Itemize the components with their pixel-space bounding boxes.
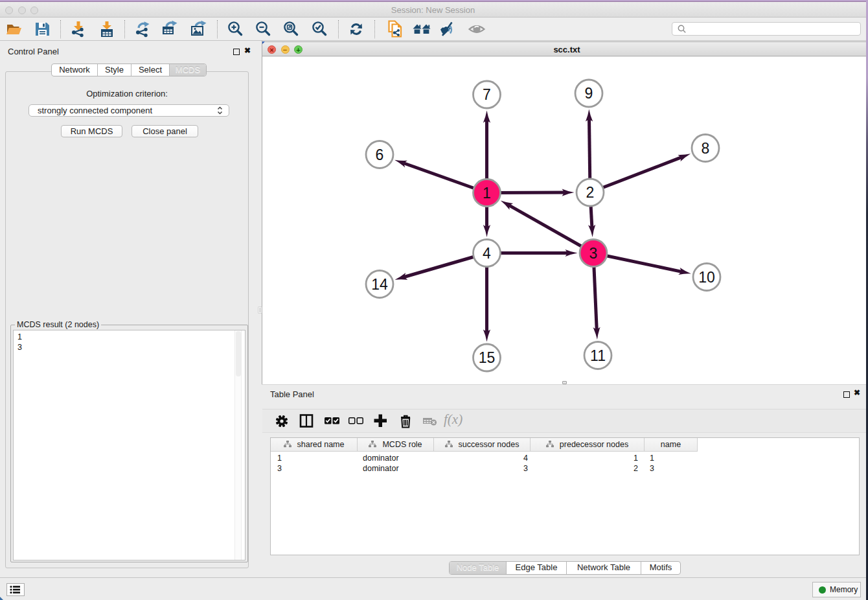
svg-text:1: 1 [483, 185, 491, 202]
svg-text:6: 6 [376, 146, 384, 163]
svg-text:15: 15 [479, 349, 496, 366]
svg-text:7: 7 [483, 86, 491, 103]
svg-text:11: 11 [590, 347, 606, 364]
svg-text:8: 8 [702, 140, 710, 157]
svg-text:9: 9 [585, 85, 593, 102]
svg-text:10: 10 [698, 269, 715, 286]
svg-text:3: 3 [589, 245, 598, 262]
svg-text:14: 14 [371, 276, 388, 293]
svg-text:4: 4 [483, 245, 491, 262]
svg-text:2: 2 [586, 184, 595, 201]
